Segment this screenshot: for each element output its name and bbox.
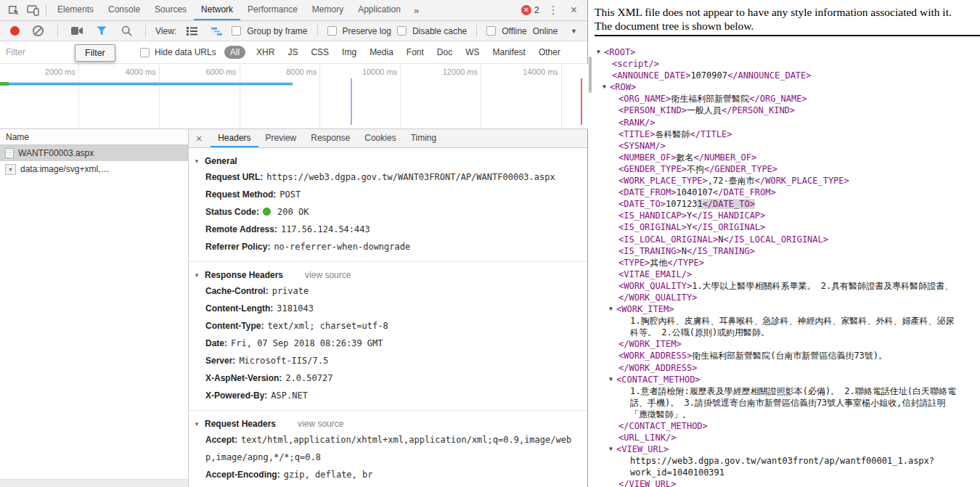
filter-type-font[interactable]: Font [404, 47, 426, 57]
more-tabs-button[interactable]: » [408, 5, 425, 16]
xml-line: <ORG_NAME>衛生福利部新營醫院</ORG_NAME> [589, 93, 980, 105]
details-tab-timing[interactable]: Timing [404, 129, 444, 147]
throttling-caret-icon[interactable]: ▼ [571, 28, 577, 35]
details-tab-headers[interactable]: Headers [211, 129, 258, 147]
xml-text: 不拘 [687, 164, 704, 174]
filter-type-ws[interactable]: WS [463, 47, 481, 57]
group-by-frame-checkbox[interactable] [232, 26, 241, 36]
inspect-element-icon[interactable] [5, 1, 23, 19]
request-row[interactable]: WANTF00003.aspx [0, 145, 188, 161]
view-source-link[interactable]: view source [305, 268, 351, 282]
section-collapse-icon[interactable]: ▾ [193, 417, 200, 431]
filter-type-doc[interactable]: Doc [435, 47, 454, 57]
section-collapse-icon[interactable]: ▾ [193, 154, 200, 168]
throttling-select[interactable]: Online [533, 26, 558, 36]
request-details-pane: × HeadersPreviewResponseCookiesTiming ▾G… [189, 129, 587, 487]
xml-text: https://web3.dgpa.gov.tw/want03front/ap/… [630, 456, 934, 466]
header-row: Accept-Encoding:gzip, deflate, br [189, 466, 579, 483]
network-overview[interactable]: 2000 ms4000 ms6000 ms8000 ms10000 ms1200… [0, 64, 588, 129]
device-toolbar-icon[interactable] [24, 1, 41, 19]
xml-line: <IS_ORIGINAL>Y</IS_ORIGINAL> [589, 221, 980, 233]
collapse-triangle-icon[interactable]: ▼ [609, 376, 613, 383]
xml-tag: <ROW> [610, 82, 636, 92]
collapse-triangle-icon[interactable]: ▼ [603, 83, 606, 91]
filter-type-img[interactable]: Img [340, 47, 359, 57]
tab-network[interactable]: Network [194, 0, 240, 20]
section-collapse-icon[interactable]: ▾ [193, 268, 200, 282]
tab-sources[interactable]: Sources [147, 0, 194, 20]
xml-text: 1040107 [676, 187, 713, 197]
timeline-tick-label: 12000 ms [420, 67, 478, 76]
disable-cache-checkbox[interactable] [397, 26, 407, 36]
tabbar-right-group: ✕ 2 ⋮ × [521, 4, 587, 17]
xml-text: N [682, 246, 687, 256]
header-value: gzip, deflate, br [284, 470, 373, 480]
status-ok-dot [263, 208, 271, 216]
xml-tag: </WORK_ITEM> [618, 339, 682, 349]
header-row: Request URL:https://web3.dgpa.gov.tw/WAN… [189, 168, 579, 186]
header-value: ASP.NET [271, 390, 308, 401]
filter-type-media[interactable]: Media [367, 47, 396, 57]
filter-type-all[interactable]: All [224, 46, 245, 59]
search-icon[interactable] [118, 22, 135, 40]
name-column-header[interactable]: Name [0, 129, 188, 145]
details-tab-cookies[interactable]: Cookies [357, 129, 403, 147]
tab-memory[interactable]: Memory [305, 0, 351, 20]
error-count-badge[interactable]: ✕ 2 [521, 5, 539, 15]
header-value: text/html,application/xhtml+xml,applicat… [205, 435, 571, 462]
xml-tag: <ROOT> [604, 47, 635, 57]
timeline-gridline [400, 64, 401, 128]
filter-type-manifest[interactable]: Manifest [491, 47, 528, 57]
tab-application[interactable]: Application [351, 0, 408, 20]
divider [46, 4, 46, 17]
filter-type-other[interactable]: Other [536, 47, 563, 57]
header-value: no-referrer-when-downgrade [274, 242, 410, 252]
xml-tag: <VITAE_EMAIL/> [618, 269, 692, 279]
header-row: Remote Address:117.56.124.54:443 [189, 221, 579, 238]
header-row: Date:Fri, 07 Sep 2018 08:26:39 GMT [189, 335, 579, 352]
devtools-menu-icon[interactable]: ⋮ [544, 4, 563, 17]
hide-data-urls-checkbox[interactable] [140, 48, 150, 57]
filter-type-css[interactable]: CSS [309, 47, 331, 57]
tab-elements[interactable]: Elements [50, 0, 101, 20]
collapse-triangle-icon[interactable]: ▼ [609, 446, 613, 453]
request-row[interactable]: ▼data:image/svg+xml,… [0, 161, 188, 177]
filter-type-js[interactable]: JS [285, 47, 300, 57]
preserve-log-checkbox[interactable] [327, 26, 337, 36]
tab-console[interactable]: Console [101, 0, 147, 20]
hide-data-urls-label: Hide data URLs [155, 47, 216, 57]
filter-funnel-icon[interactable] [93, 22, 110, 40]
devtools-close-icon[interactable]: × [568, 4, 580, 17]
tab-performance[interactable]: Performance [240, 0, 305, 20]
expander-triangle-icon[interactable]: ▼ [5, 164, 16, 175]
capture-screenshots-icon[interactable] [68, 22, 86, 40]
divider [57, 25, 58, 37]
filter-type-xhr[interactable]: XHR [254, 47, 277, 57]
details-tab-preview[interactable]: Preview [258, 129, 304, 147]
filter-input[interactable]: Filter [6, 47, 135, 57]
xml-line: <IS_TRANING>N</IS_TRANING> [589, 245, 980, 257]
close-details-icon[interactable]: × [195, 133, 208, 144]
clear-button[interactable] [33, 25, 44, 36]
horizontal-scrollbar[interactable] [0, 479, 188, 487]
header-name: Remote Address: [205, 224, 277, 234]
xml-line: <script/> [589, 58, 980, 70]
xml-line: ▼<CONTACT_METHOD> [589, 374, 980, 385]
details-tabbar: × HeadersPreviewResponseCookiesTiming [189, 129, 587, 148]
show-overview-icon[interactable] [208, 22, 225, 40]
notice-line-1: This XML file does not appear to have an… [595, 5, 976, 19]
record-button[interactable] [10, 26, 20, 36]
use-large-rows-icon[interactable] [183, 22, 200, 40]
details-tab-response[interactable]: Response [303, 129, 357, 147]
overview-bar-green [0, 82, 9, 86]
overview-bar-blue [9, 82, 293, 86]
collapse-triangle-icon[interactable]: ▼ [597, 49, 600, 56]
offline-checkbox[interactable] [486, 26, 496, 36]
collapse-triangle-icon[interactable]: ▼ [609, 306, 613, 313]
header-value: 3181043 [277, 303, 314, 314]
devtools-panel: ElementsConsoleSourcesNetworkPerformance… [0, 0, 588, 487]
xml-line: <VITAE_EMAIL/> [589, 269, 980, 280]
xml-text: 「應徵醫師」。 [630, 409, 691, 420]
xml-tag: </NUMBER_OF> [693, 152, 756, 163]
view-source-link[interactable]: view source [298, 417, 343, 431]
